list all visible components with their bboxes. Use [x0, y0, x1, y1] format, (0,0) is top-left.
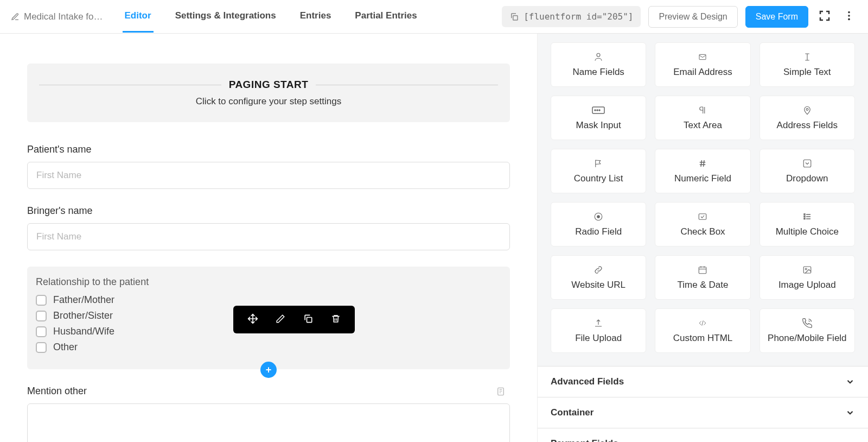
- checkbox-icon: [36, 295, 47, 306]
- field-card-label: Numeric Field: [659, 173, 746, 184]
- svg-point-2: [848, 15, 850, 17]
- accordion-advanced-fields[interactable]: Advanced Fields: [538, 366, 868, 397]
- field-card-address-fields[interactable]: Address Fields: [760, 96, 855, 140]
- plus-icon: +: [266, 364, 272, 376]
- svg-point-22: [805, 268, 807, 270]
- shortcode-box[interactable]: [fluentform id="205"]: [502, 6, 641, 27]
- textarea-mention-other[interactable]: [27, 403, 510, 442]
- field-card-file-upload[interactable]: File Upload: [551, 308, 646, 353]
- fullscreen-icon: [818, 9, 831, 22]
- field-relationship[interactable]: Relationship to the patient Father/Mothe…: [27, 267, 510, 369]
- option-other[interactable]: Other: [36, 342, 501, 353]
- field-card-custom-html[interactable]: Custom HTML: [655, 308, 750, 353]
- field-card-multiple-choice[interactable]: Multiple Choice: [760, 202, 855, 247]
- more-menu-button[interactable]: [841, 8, 857, 26]
- tab-settings[interactable]: Settings & Integrations: [173, 1, 278, 33]
- field-action-bar: [233, 306, 355, 333]
- paging-subtitle: Click to configure your step settings: [39, 96, 498, 107]
- copy-icon: [509, 12, 519, 22]
- mail-icon: [659, 50, 746, 64]
- save-form-button[interactable]: Save Form: [745, 6, 808, 28]
- field-card-text-area[interactable]: Text Area: [655, 96, 750, 140]
- field-grid: Name FieldsEmail AddressSimple TextMask …: [538, 34, 868, 366]
- field-card-label: Text Area: [659, 120, 746, 131]
- field-card-time-date[interactable]: Time & Date: [655, 255, 750, 300]
- field-card-image-upload[interactable]: Image Upload: [760, 255, 855, 300]
- accordion-container[interactable]: Container: [538, 397, 868, 428]
- field-card-email-address[interactable]: Email Address: [655, 42, 750, 87]
- editor-canvas: PAGING START Click to configure your ste…: [0, 34, 537, 442]
- field-card-label: Dropdown: [763, 173, 851, 184]
- add-field-button[interactable]: +: [260, 362, 277, 378]
- field-patient-name[interactable]: Patient's name: [27, 144, 510, 189]
- checkbox-icon: [36, 326, 47, 337]
- paragraph-icon: [659, 104, 746, 117]
- accordion-payment-fields[interactable]: Payment Fields: [538, 428, 868, 442]
- edit-button[interactable]: [273, 311, 288, 328]
- move-button[interactable]: [245, 311, 260, 328]
- svg-rect-21: [803, 267, 811, 273]
- dots-vertical-icon: [843, 10, 855, 22]
- form-title[interactable]: Medical Intake fo…: [11, 11, 103, 22]
- field-card-dropdown[interactable]: Dropdown: [760, 149, 855, 193]
- field-card-label: Radio Field: [554, 226, 642, 237]
- phone-icon: [763, 317, 851, 330]
- link-icon: [554, 263, 642, 276]
- field-card-check-box[interactable]: Check Box: [655, 202, 750, 247]
- field-card-website-url[interactable]: Website URL: [551, 255, 646, 300]
- delete-button[interactable]: [329, 311, 343, 328]
- trash-icon: [331, 314, 341, 324]
- label-relationship: Relationship to the patient: [36, 276, 501, 288]
- tab-entries[interactable]: Entries: [298, 1, 334, 33]
- field-card-country-list[interactable]: Country List: [551, 149, 646, 193]
- svg-point-12: [806, 109, 808, 111]
- upload-icon: [554, 317, 642, 330]
- person-icon: [554, 50, 642, 64]
- svg-rect-20: [699, 267, 707, 274]
- field-card-radio-field[interactable]: Radio Field: [551, 202, 646, 247]
- preview-design-button[interactable]: Preview & Design: [648, 6, 737, 28]
- svg-rect-16: [699, 214, 707, 220]
- flag-icon: [554, 157, 642, 170]
- field-card-label: Check Box: [659, 226, 746, 237]
- field-card-label: Email Address: [659, 67, 746, 78]
- field-card-label: Address Fields: [763, 120, 851, 131]
- svg-rect-7: [699, 54, 706, 59]
- svg-point-9: [595, 110, 596, 111]
- field-card-name-fields[interactable]: Name Fields: [551, 42, 646, 87]
- field-palette-sidebar: Name FieldsEmail AddressSimple TextMask …: [537, 34, 868, 442]
- fullscreen-button[interactable]: [816, 7, 833, 26]
- field-card-label: Custom HTML: [659, 333, 746, 344]
- list-icon: [763, 210, 851, 223]
- input-bringer-name[interactable]: [27, 223, 510, 250]
- field-card-simple-text[interactable]: Simple Text: [760, 42, 855, 87]
- checkbox-icon: [36, 311, 47, 321]
- duplicate-button[interactable]: [301, 311, 316, 328]
- chevron-down-icon: [845, 408, 855, 418]
- svg-rect-5: [498, 388, 504, 395]
- paging-start-block[interactable]: PAGING START Click to configure your ste…: [27, 64, 510, 122]
- conditional-icon[interactable]: [496, 387, 506, 399]
- field-card-numeric-field[interactable]: Numeric Field: [655, 149, 750, 193]
- field-bringer-name[interactable]: Bringer's name: [27, 205, 510, 250]
- form-title-text: Medical Intake fo…: [24, 11, 103, 22]
- paging-title: PAGING START: [229, 79, 309, 91]
- option-father-mother[interactable]: Father/Mother: [36, 294, 501, 306]
- move-icon: [247, 313, 258, 324]
- field-card-label: Phone/Mobile Field: [763, 333, 851, 344]
- svg-rect-18: [804, 216, 805, 217]
- input-patient-name[interactable]: [27, 162, 510, 189]
- field-card-mask-input[interactable]: Mask Input: [551, 96, 646, 140]
- field-card-phone-mobile-field[interactable]: Phone/Mobile Field: [760, 308, 855, 353]
- tab-editor[interactable]: Editor: [123, 1, 154, 33]
- field-card-label: Multiple Choice: [763, 226, 851, 237]
- svg-point-15: [597, 216, 600, 218]
- svg-rect-17: [804, 214, 805, 215]
- copy-icon: [303, 313, 314, 324]
- field-mention-other[interactable]: Mention other: [27, 386, 510, 442]
- tab-partial-entries[interactable]: Partial Entries: [353, 1, 419, 33]
- label-patient-name: Patient's name: [27, 144, 510, 155]
- code-icon: [659, 317, 746, 330]
- field-card-label: Website URL: [554, 280, 642, 291]
- image-icon: [763, 263, 851, 276]
